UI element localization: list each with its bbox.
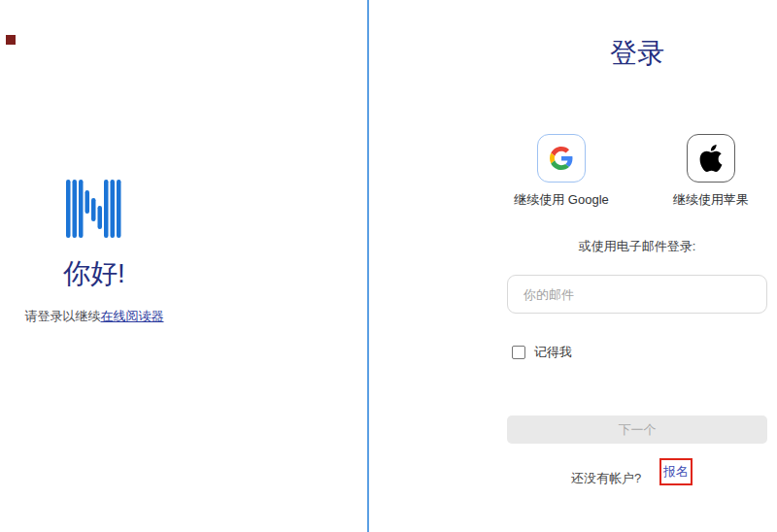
annotation-marker-square <box>6 35 16 45</box>
google-signin-button[interactable] <box>537 134 586 183</box>
next-button[interactable]: 下一个 <box>507 416 767 444</box>
online-reader-link[interactable]: 在线阅读器 <box>101 309 164 323</box>
google-icon <box>550 147 573 170</box>
apple-signin-button[interactable] <box>687 134 735 183</box>
email-input[interactable] <box>507 275 767 314</box>
login-page: 你好! 请登录以继续在线阅读器 登录 继续使用 Google 继续使用苹果 或使… <box>0 0 777 532</box>
remember-me-row[interactable]: 记得我 <box>512 344 572 361</box>
login-prompt: 请登录以继续在线阅读器 <box>17 308 172 325</box>
annotation-box: 报名 <box>659 458 693 485</box>
remember-me-label[interactable]: 记得我 <box>534 344 572 361</box>
login-prompt-prefix: 请登录以继续 <box>25 309 101 323</box>
google-signin-label: 继续使用 Google <box>514 191 609 209</box>
left-welcome-panel: 你好! 请登录以继续在线阅读器 <box>17 180 172 325</box>
google-signin-item: 继续使用 Google <box>503 134 620 209</box>
apple-signin-label: 继续使用苹果 <box>673 191 749 209</box>
no-account-text: 还没有帐户? <box>571 470 641 487</box>
panel-divider <box>367 0 369 532</box>
brand-logo-icon <box>66 180 122 238</box>
remember-me-checkbox[interactable] <box>512 346 525 359</box>
greeting-text: 你好! <box>17 259 172 289</box>
signup-link[interactable]: 报名 <box>663 463 689 481</box>
email-login-divider-text: 或使用电子邮件登录: <box>507 238 767 255</box>
apple-icon <box>699 145 723 172</box>
apple-signin-item: 继续使用苹果 <box>653 134 769 209</box>
login-title: 登录 <box>507 35 767 72</box>
